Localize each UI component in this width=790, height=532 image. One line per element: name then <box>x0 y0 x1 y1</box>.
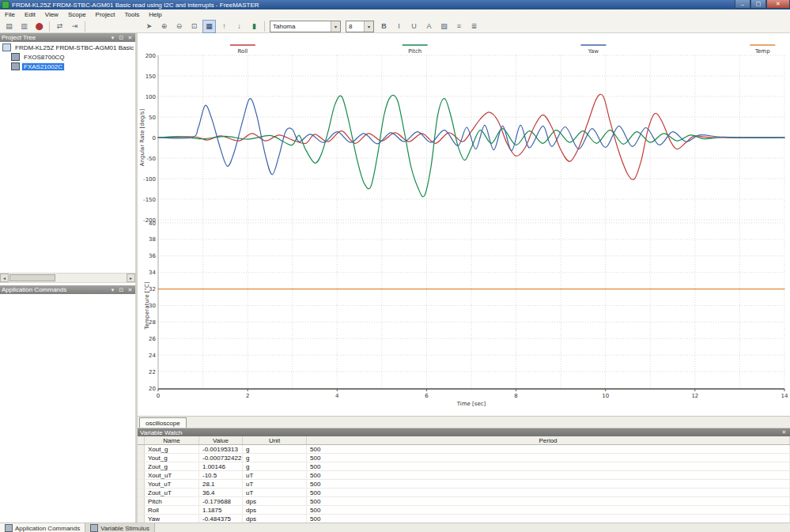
watch-col-name[interactable]: Name <box>145 436 199 444</box>
italic-button[interactable]: I <box>392 20 406 33</box>
svg-text:Pitch: Pitch <box>408 48 421 55</box>
watch-row-gutter <box>138 471 145 479</box>
scroll-thumb[interactable] <box>9 274 55 281</box>
write-variables-icon[interactable]: ⇥ <box>68 20 81 33</box>
variable-watch-title: Variable Watch <box>140 429 781 436</box>
cursor-icon[interactable]: ➤ <box>142 20 156 33</box>
watch-row-zout_ut[interactable]: Zout_uT36.4uT500 <box>138 489 790 497</box>
font-color-icon[interactable]: A <box>422 20 436 33</box>
fill-color-icon[interactable]: ▨ <box>437 20 451 33</box>
watch-cell-unit: dps <box>243 515 307 523</box>
chevron-down-icon[interactable]: ▾ <box>364 21 373 32</box>
watch-cell-unit: uT <box>243 489 307 496</box>
svg-text:Yaw: Yaw <box>588 48 599 55</box>
watch-col-unit[interactable]: Unit <box>243 436 307 444</box>
scroll-left-icon[interactable]: ◂ <box>0 274 9 282</box>
watch-row-xout_ut[interactable]: Xout_uT-10.5uT500 <box>138 471 790 480</box>
chevron-down-icon[interactable]: ▾ <box>331 21 340 32</box>
project-tree-header-icons: ▾ ⊡ ✕ <box>109 35 134 41</box>
move-down-icon[interactable]: ↓ <box>232 20 246 33</box>
menu-tools[interactable]: Tools <box>119 9 144 20</box>
watch-cell-unit: g <box>243 454 307 462</box>
toolbar: ▤▥⬤⇄⇥➤⊕⊖⊡▦↑↓▮Tahoma▾8▾BIUA▨≡≣ <box>0 20 790 33</box>
tab-oscilloscope[interactable]: oscilloscope <box>139 417 187 428</box>
stop-communication-icon[interactable]: ⬤ <box>32 20 46 33</box>
bottom-tab-variable-stimulus[interactable]: Variable Stimulus <box>85 523 155 532</box>
watch-cell-value: -0.484375 <box>199 515 243 523</box>
menu-scope[interactable]: Scope <box>63 9 91 20</box>
svg-text:Temperature [°C]: Temperature [°C] <box>144 281 150 330</box>
window-controls: – ▢ ✕ <box>735 0 790 9</box>
toolbar-separator <box>85 21 85 32</box>
close-button[interactable]: ✕ <box>766 0 790 9</box>
watch-close-icon[interactable]: ✕ <box>781 429 788 436</box>
book-icon[interactable]: ▮ <box>248 20 261 33</box>
svg-text:Time [sec]: Time [sec] <box>456 401 486 407</box>
menu-file[interactable]: File <box>0 9 20 20</box>
chevron-down-icon[interactable]: ▾ <box>109 287 116 293</box>
underline-button[interactable]: U <box>407 20 421 33</box>
svg-text:-150: -150 <box>143 197 156 203</box>
watch-row-yout_g[interactable]: Yout_g-0.000732422g500 <box>138 454 790 462</box>
scroll-right-icon[interactable]: ▸ <box>127 274 135 282</box>
new-project-icon[interactable]: ▤ <box>2 20 16 33</box>
sidebar: Project Tree ▾ ⊡ ✕ FRDM-KL25Z FRDM-STBC-… <box>0 33 138 523</box>
watch-col-period[interactable]: Period <box>307 436 790 444</box>
bottom-tab-bar: Application CommandsVariable Stimulus <box>0 523 790 532</box>
svg-text:10: 10 <box>602 393 609 399</box>
watch-cell-name: Yaw <box>145 515 199 523</box>
watch-row-pitch[interactable]: Pitch-0.179688dps500 <box>138 497 790 506</box>
zoom-in-icon[interactable]: ⊕ <box>157 20 171 33</box>
connect-icon[interactable]: ⇄ <box>53 20 66 33</box>
pin-icon[interactable]: ⊡ <box>118 287 125 293</box>
tree-item-fxas21002c[interactable]: FXAS21002C <box>0 62 135 71</box>
open-project-icon[interactable]: ▥ <box>17 20 31 33</box>
project-tree-header: Project Tree ▾ ⊡ ✕ <box>0 33 135 42</box>
menu-view[interactable]: View <box>40 9 63 20</box>
watch-cell-value: -10.5 <box>199 471 243 479</box>
svg-text:8: 8 <box>514 393 517 399</box>
align-left-icon[interactable]: ≡ <box>452 20 466 33</box>
font-family-combo[interactable]: Tahoma▾ <box>270 21 341 32</box>
scope-chart[interactable]: 200150100500-50-100-150-200Angular Rate … <box>138 33 790 416</box>
watch-cell-value: -0.179688 <box>199 497 243 505</box>
menu-project[interactable]: Project <box>91 9 120 20</box>
app-commands-header: Application Commands ▾ ⊡ ✕ <box>0 285 135 294</box>
bold-button[interactable]: B <box>377 20 391 33</box>
pin-icon[interactable]: ⊡ <box>118 35 125 41</box>
watch-cell-name: Yout_uT <box>145 480 199 488</box>
watch-row-yout_ut[interactable]: Yout_uT28.1uT500 <box>138 480 790 489</box>
watch-col-value[interactable]: Value <box>199 436 243 444</box>
tree-item-frdm-kl25z-frdm-stbc-agm[interactable]: FRDM-KL25Z FRDM-STBC-AGM01 Basic read us… <box>0 43 135 52</box>
watch-cell-period: 500 <box>307 506 790 514</box>
minimize-button[interactable]: – <box>735 0 750 9</box>
project-root-icon <box>2 43 11 51</box>
bottom-tab-application-commands[interactable]: Application Commands <box>0 523 85 532</box>
watch-cell-unit: dps <box>243 497 307 505</box>
chevron-down-icon[interactable]: ▾ <box>109 35 116 41</box>
zoom-box-icon[interactable]: ⊡ <box>187 20 201 33</box>
tree-item-fxos8700cq[interactable]: FXOS8700CQ <box>0 52 135 62</box>
window-title: FRDM-KL25Z FRDM-STBC-AGM01 Basic read us… <box>12 2 259 9</box>
svg-text:Temp: Temp <box>754 48 770 55</box>
font-size-combo[interactable]: 8▾ <box>346 21 374 32</box>
watch-cell-unit: g <box>243 445 307 453</box>
watch-column-headers: NameValueUnitPeriod <box>138 436 790 445</box>
variable-watch-header: Variable Watch ✕ <box>138 428 790 436</box>
zoom-out-icon[interactable]: ⊖ <box>172 20 186 33</box>
svg-text:Roll: Roll <box>238 48 248 55</box>
grid-icon[interactable]: ▦ <box>202 20 216 33</box>
menu-help[interactable]: Help <box>144 9 166 20</box>
tree-hscrollbar[interactable]: ◂ ▸ <box>0 273 135 283</box>
maximize-button[interactable]: ▢ <box>750 0 766 9</box>
align-justify-icon[interactable]: ≣ <box>467 20 481 33</box>
move-up-icon[interactable]: ↑ <box>217 20 231 33</box>
watch-cell-period: 500 <box>307 515 790 523</box>
menu-edit[interactable]: Edit <box>20 9 40 20</box>
watch-row-xout_g[interactable]: Xout_g-0.00195313g500 <box>138 445 790 454</box>
watch-row-roll[interactable]: Roll1.1875dps500 <box>138 506 790 515</box>
toolbar-separator <box>49 21 50 32</box>
close-icon[interactable]: ✕ <box>127 287 134 293</box>
close-icon[interactable]: ✕ <box>127 35 134 41</box>
watch-row-zout_g[interactable]: Zout_g1.00146g500 <box>138 462 790 471</box>
